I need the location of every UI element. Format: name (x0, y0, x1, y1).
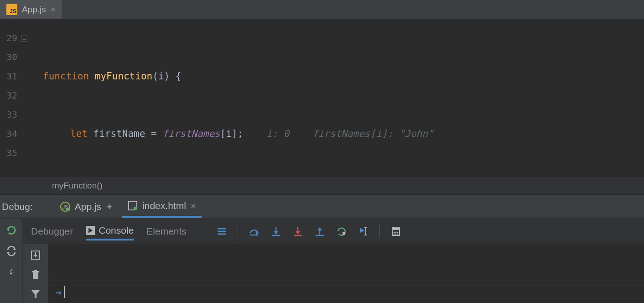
svg-marker-38 (34, 255, 37, 257)
js-file-icon: JS (6, 4, 17, 15)
debug-tool-window-header: Debug: JS App.js index.html × (0, 195, 644, 219)
step-into-icon[interactable] (270, 225, 282, 237)
html-run-icon (128, 201, 138, 211)
debug-side-toolbar (0, 219, 23, 303)
wrench-icon[interactable] (5, 265, 18, 279)
tab-elements[interactable]: Elements (146, 223, 187, 240)
clear-icon[interactable] (31, 270, 41, 280)
console-panel: Debugger Console Elements (23, 219, 644, 303)
svg-point-2 (66, 208, 70, 211)
svg-point-32 (397, 231, 398, 233)
svg-point-5 (134, 207, 137, 210)
console-output[interactable] (48, 244, 644, 281)
svg-marker-24 (360, 228, 364, 233)
prompt-icon: → (56, 287, 61, 298)
svg-rect-29 (393, 228, 399, 230)
debug-tab-label: index.html (142, 200, 186, 211)
breadcrumb-label: myFunction() (52, 181, 103, 191)
console-play-icon (86, 226, 95, 235)
step-out-icon[interactable] (314, 225, 326, 237)
svg-point-35 (397, 233, 398, 235)
debug-tab-label: App.js (75, 201, 101, 212)
pin-icon[interactable] (106, 203, 113, 210)
fold-icon[interactable] (21, 36, 27, 42)
filter-icon[interactable] (31, 289, 41, 299)
svg-point-34 (395, 233, 396, 235)
console-body: → (23, 244, 644, 303)
code-text-area[interactable]: function myFunction(i) { let firstName =… (29, 19, 644, 177)
svg-marker-15 (274, 231, 278, 235)
editor-tab-bar: JS App.js × (0, 0, 644, 19)
console-main: → (48, 244, 644, 303)
tab-label: App.js (22, 5, 46, 15)
step-over-icon[interactable] (248, 225, 260, 237)
svg-rect-39 (33, 272, 38, 279)
debug-tool-window-body: Debugger Console Elements (0, 219, 644, 303)
rerun-icon[interactable] (5, 223, 18, 237)
divider (379, 225, 380, 238)
svg-rect-41 (34, 270, 37, 271)
tab-console[interactable]: Console (86, 222, 134, 240)
svg-marker-6 (7, 229, 10, 231)
force-step-into-icon[interactable] (292, 225, 304, 237)
svg-point-30 (393, 231, 395, 233)
debug-label: Debug: (2, 201, 33, 212)
debug-tab-appjs[interactable]: JS App.js (55, 195, 119, 218)
svg-point-31 (395, 231, 396, 233)
close-icon[interactable]: × (51, 5, 56, 15)
divider (238, 225, 238, 238)
reload-icon[interactable] (5, 244, 18, 258)
svg-marker-21 (317, 227, 322, 230)
menu-icon[interactable] (216, 225, 228, 237)
fold-column (20, 19, 29, 177)
line-number-gutter: 29 30 31 32 33 34 35 (0, 19, 20, 177)
svg-marker-18 (296, 231, 300, 235)
scroll-to-end-icon[interactable] (30, 250, 41, 261)
svg-point-3 (108, 205, 111, 208)
stepping-toolbar (207, 225, 402, 238)
js-run-icon: JS (60, 202, 70, 212)
console-tab-bar: Debugger Console Elements (23, 219, 644, 244)
svg-rect-23 (343, 232, 345, 235)
code-editor[interactable]: 29 30 31 32 33 34 35 function myFunction… (0, 19, 644, 177)
svg-marker-42 (31, 290, 40, 298)
calculator-icon[interactable] (390, 225, 402, 237)
console-side-toolbar (23, 244, 48, 303)
svg-rect-40 (32, 271, 39, 272)
breadcrumb[interactable]: myFunction() (0, 177, 644, 195)
svg-point-33 (393, 233, 395, 235)
debug-tab-indexhtml[interactable]: index.html × (122, 195, 202, 218)
editor-tab-appjs[interactable]: JS App.js × (0, 0, 62, 19)
evaluate-icon[interactable] (358, 225, 369, 237)
tab-debugger[interactable]: Debugger (31, 223, 73, 240)
close-icon[interactable]: × (191, 200, 196, 211)
run-to-cursor-icon[interactable] (336, 225, 348, 237)
console-input[interactable]: → (48, 281, 644, 303)
text-cursor (64, 286, 65, 298)
